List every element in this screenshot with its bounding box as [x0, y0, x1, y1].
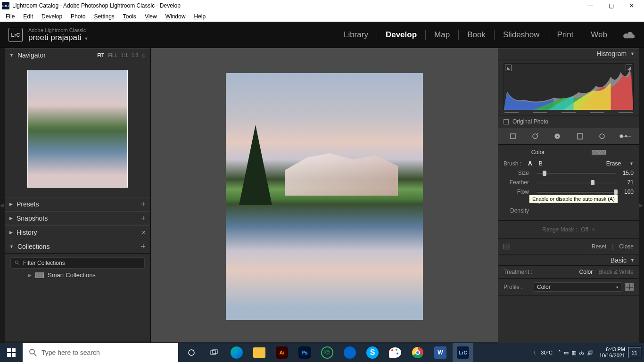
- histogram-header[interactable]: Histogram▼: [498, 48, 639, 59]
- treatment-color[interactable]: Color: [579, 269, 593, 275]
- menu-tools[interactable]: Tools: [119, 12, 140, 21]
- svg-point-17: [189, 350, 194, 355]
- menu-window[interactable]: Window: [162, 12, 190, 21]
- svg-rect-19: [213, 350, 217, 354]
- menu-view[interactable]: View: [141, 12, 161, 21]
- crop-tool-icon[interactable]: [506, 131, 520, 142]
- photoshop-icon[interactable]: Ps: [294, 343, 315, 362]
- user-name[interactable]: preeti prajapati: [28, 33, 81, 42]
- presets-header[interactable]: ▶Presets+: [5, 197, 150, 211]
- taskbar-search[interactable]: Type here to search: [23, 343, 178, 362]
- feather-slider[interactable]: [537, 182, 616, 183]
- close-window-button[interactable]: ✕: [621, 0, 642, 11]
- nav-zoom-icon[interactable]: ◇: [142, 53, 146, 58]
- brush-b[interactable]: B: [539, 160, 543, 167]
- nav-1-1[interactable]: 1:1: [121, 53, 128, 58]
- cloud-sync-icon[interactable]: [622, 31, 636, 39]
- svg-point-0: [16, 261, 18, 264]
- history-header[interactable]: ▶History×: [5, 225, 150, 239]
- smart-collections-row[interactable]: ▶ Smart Collections: [5, 270, 150, 280]
- radial-tool-icon[interactable]: [595, 131, 609, 142]
- notifications-icon[interactable]: 21: [628, 347, 641, 358]
- menu-photo[interactable]: Photo: [67, 12, 89, 21]
- profile-browser-icon[interactable]: [625, 283, 634, 291]
- module-map[interactable]: Map: [426, 30, 458, 40]
- battery-icon[interactable]: ▥: [571, 350, 576, 356]
- minimize-button[interactable]: —: [580, 0, 601, 11]
- maximize-button[interactable]: ▢: [601, 0, 621, 11]
- chrome-icon[interactable]: [407, 343, 428, 362]
- spot-tool-icon[interactable]: [528, 131, 542, 142]
- snapshots-add-icon[interactable]: +: [140, 214, 146, 223]
- task-view-icon[interactable]: [204, 343, 224, 362]
- brush-a[interactable]: A: [528, 160, 532, 167]
- collections-header[interactable]: ▼Collections+: [5, 239, 150, 254]
- basic-header[interactable]: Basic▼: [498, 255, 639, 266]
- user-dropdown-icon[interactable]: ▼: [84, 36, 88, 41]
- module-develop[interactable]: Develop: [377, 30, 425, 40]
- navigator-preview[interactable]: [5, 62, 150, 197]
- brush-options-icon[interactable]: ▼: [629, 161, 634, 166]
- gradient-tool-icon[interactable]: [573, 131, 586, 142]
- right-collapse-handle[interactable]: ▶: [639, 203, 644, 208]
- menu-settings[interactable]: Settings: [90, 12, 118, 21]
- network-icon[interactable]: 🖧: [579, 350, 584, 355]
- module-slideshow[interactable]: Slideshow: [495, 30, 548, 40]
- brush-erase[interactable]: Erase: [606, 160, 621, 167]
- mask-reset-button[interactable]: Reset: [592, 243, 606, 250]
- range-mask-row[interactable]: Range Mask :Off◇: [498, 221, 639, 239]
- illustrator-icon[interactable]: Ai: [272, 343, 292, 362]
- brush-mask-panel: Color Brush : A B Erase ▼ Size15.0 Feath…: [498, 145, 639, 221]
- original-photo-checkbox[interactable]: Original Photo: [498, 115, 639, 128]
- menu-help[interactable]: Help: [190, 12, 209, 21]
- edge-icon[interactable]: [226, 343, 247, 362]
- histogram[interactable]: ◣ ◢: [504, 63, 634, 110]
- menu-file[interactable]: File: [2, 12, 18, 21]
- nav-fill[interactable]: FILL: [108, 53, 117, 58]
- svg-point-15: [30, 349, 34, 354]
- brush-tool-icon[interactable]: [618, 131, 631, 142]
- app-icon-green[interactable]: iⒸ: [317, 343, 338, 362]
- history-clear-icon[interactable]: ×: [142, 229, 146, 236]
- size-slider[interactable]: [537, 173, 616, 174]
- word-icon[interactable]: W: [430, 343, 451, 362]
- weather-widget[interactable]: ☾30°C: [533, 350, 553, 356]
- tray-expand-icon[interactable]: ˄: [558, 350, 561, 356]
- skype-icon[interactable]: S: [362, 343, 383, 362]
- nav-fit[interactable]: FIT: [97, 53, 104, 58]
- volume-icon[interactable]: 🔊: [587, 350, 594, 356]
- auto-mask-tooltip: Enable or disable the auto mask (A): [529, 195, 618, 203]
- redeye-tool-icon[interactable]: [551, 131, 564, 142]
- mask-close-button[interactable]: Close: [619, 243, 634, 250]
- treatment-bw[interactable]: Black & White: [598, 269, 634, 275]
- svg-line-16: [34, 354, 36, 356]
- module-library[interactable]: Library: [335, 30, 377, 40]
- collections-add-icon[interactable]: +: [140, 242, 146, 252]
- module-book[interactable]: Book: [459, 30, 494, 40]
- filter-collections-input[interactable]: Filter Collections: [10, 257, 145, 269]
- module-print[interactable]: Print: [548, 30, 582, 40]
- mask-switch[interactable]: [504, 244, 510, 249]
- image-canvas[interactable]: [151, 48, 498, 342]
- start-button[interactable]: [0, 343, 23, 362]
- cortana-icon[interactable]: [181, 343, 202, 362]
- lightroom-taskbar-icon[interactable]: LrC: [453, 343, 473, 362]
- navigator-header[interactable]: ▼ Navigator FIT FILL 1:1 1:8 ◇: [5, 48, 150, 62]
- taskbar: Type here to search Ai Ps iⒸ S W LrC ☾30…: [0, 343, 644, 362]
- left-collapse-handle[interactable]: ◀: [0, 203, 5, 208]
- presets-add-icon[interactable]: +: [140, 199, 146, 209]
- tool-strip: [498, 128, 639, 145]
- app-icon-blue[interactable]: [339, 343, 360, 362]
- menu-develop[interactable]: Develop: [38, 12, 66, 21]
- meet-now-icon[interactable]: ▭: [564, 350, 569, 356]
- snapshots-header[interactable]: ▶Snapshots+: [5, 211, 150, 225]
- flow-slider[interactable]: [537, 191, 616, 193]
- menu-edit[interactable]: Edit: [19, 12, 37, 21]
- nav-1-8[interactable]: 1:8: [132, 53, 138, 58]
- module-web[interactable]: Web: [582, 30, 616, 40]
- mask-color-swatch[interactable]: [592, 150, 606, 155]
- clock[interactable]: 6:43 PM10/16/2021: [599, 346, 625, 359]
- paint-icon[interactable]: [385, 343, 405, 362]
- profile-select[interactable]: Color▾: [534, 282, 621, 292]
- explorer-icon[interactable]: [249, 343, 270, 362]
